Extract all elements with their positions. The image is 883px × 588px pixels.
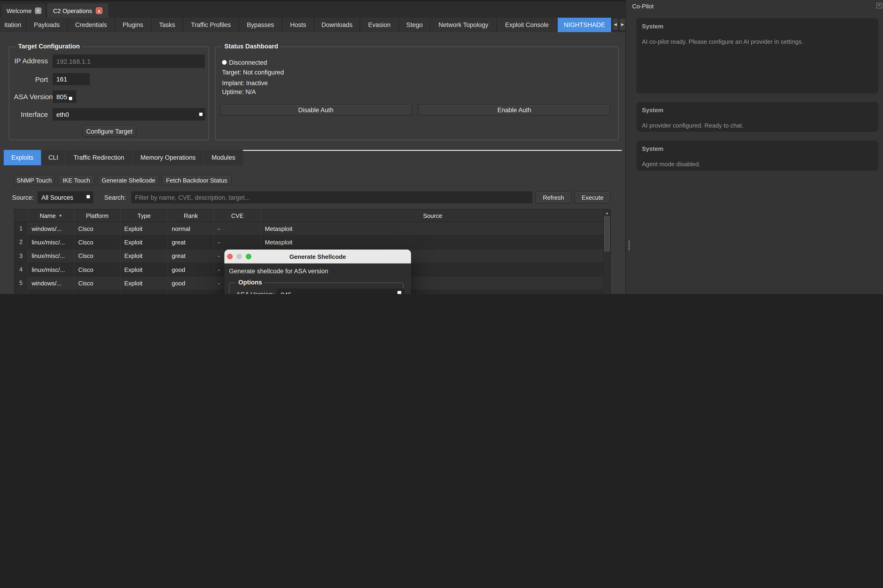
op-tab-traffic-redirection[interactable]: Traffic Redirection bbox=[66, 150, 132, 165]
col-type[interactable]: Type bbox=[121, 210, 168, 222]
col-source[interactable]: Source bbox=[261, 210, 604, 222]
message-text: AI co-pilot ready. Please configure an A… bbox=[642, 38, 873, 45]
dialog-zoom-icon[interactable] bbox=[246, 254, 251, 260]
connection-status: Disconnected bbox=[229, 59, 267, 66]
table-scrollbar-thumb[interactable] bbox=[604, 216, 610, 251]
refresh-button[interactable]: Refresh bbox=[535, 191, 571, 204]
table-row[interactable]: 2linux/misc/...CiscoExploitgreat-Metaspl… bbox=[14, 236, 610, 249]
table-scrollbar[interactable]: ▲ ▼ bbox=[603, 210, 610, 294]
col-rownum bbox=[14, 210, 28, 222]
module-tab-nightshade[interactable]: NIGHTSHADE bbox=[558, 18, 611, 32]
source-dropdown-icon bbox=[87, 195, 90, 198]
generate-shellcode-dialog: Generate Shellcode Generate shellcode fo… bbox=[224, 249, 411, 294]
copilot-panel: Co-Pilot ✕ System AI co-pilot ready. Ple… bbox=[625, 0, 883, 294]
module-tab-exploitation[interactable]: itation bbox=[0, 18, 25, 32]
module-tab-downloads[interactable]: Downloads bbox=[315, 18, 359, 32]
dialog-options-group: Options ASA Version: 845 Output Path: ./… bbox=[229, 283, 403, 294]
module-tab-stego[interactable]: Stego bbox=[399, 18, 430, 32]
search-label: Search: bbox=[104, 194, 126, 201]
snmp-touch-button[interactable]: SNMP Touch bbox=[13, 175, 55, 185]
asa-version-label: ASA Version bbox=[14, 93, 48, 100]
tab-c2-operations-close-icon[interactable]: x bbox=[96, 8, 102, 14]
col-cve[interactable]: CVE bbox=[214, 210, 261, 222]
dialog-asa-version-dropdown[interactable]: 845 bbox=[277, 289, 405, 294]
tab-c2-operations-label: C2 Operations bbox=[53, 7, 92, 14]
source-label: Source: bbox=[12, 194, 34, 201]
interface-label: Interface bbox=[14, 110, 48, 118]
search-input[interactable] bbox=[131, 191, 532, 204]
disable-auth-button[interactable]: Disable Auth bbox=[220, 104, 412, 116]
status-dashboard-group: Status Dashboard Disconnected Target: No… bbox=[215, 46, 619, 140]
target-status: Target: Not configured bbox=[222, 69, 284, 76]
configure-target-button[interactable]: Configure Target bbox=[82, 126, 136, 137]
sort-desc-icon: ▼ bbox=[58, 213, 62, 218]
message-role: System bbox=[642, 23, 879, 30]
app-window: Welcome x C2 Operations x itation Payloa… bbox=[0, 0, 883, 294]
module-tab-plugins[interactable]: Plugins bbox=[115, 18, 151, 32]
tab-scroll-left-button[interactable]: ◀ bbox=[612, 18, 619, 31]
module-tab-bar: itation Payloads Credentials Plugins Tas… bbox=[0, 18, 625, 32]
port-label: Port bbox=[14, 75, 48, 83]
module-tab-network-topology[interactable]: Network Topology bbox=[430, 18, 496, 32]
copilot-message: System AI provider configured. Ready to … bbox=[636, 102, 879, 132]
tab-welcome-label: Welcome bbox=[6, 7, 31, 14]
col-platform[interactable]: Platform bbox=[75, 210, 121, 222]
asa-version-dropdown-icon bbox=[69, 97, 72, 100]
module-tab-traffic-profiles[interactable]: Traffic Profiles bbox=[183, 18, 238, 32]
dialog-minimize-icon[interactable] bbox=[237, 254, 242, 260]
dialog-titlebar[interactable]: Generate Shellcode bbox=[224, 249, 411, 264]
op-tab-modules[interactable]: Modules bbox=[204, 150, 243, 165]
module-tab-hosts[interactable]: Hosts bbox=[283, 18, 314, 32]
op-tab-cli[interactable]: CLI bbox=[42, 150, 65, 165]
tab-welcome-close-icon[interactable]: x bbox=[35, 8, 41, 14]
module-tab-tasks[interactable]: Tasks bbox=[152, 18, 183, 32]
message-role: System bbox=[642, 145, 879, 152]
window-tab-bar: Welcome x C2 Operations x bbox=[0, 0, 625, 18]
module-tab-bypasses[interactable]: Bypasses bbox=[239, 18, 282, 32]
module-tab-credentials[interactable]: Credentials bbox=[68, 18, 114, 32]
dialog-title: Generate Shellcode bbox=[224, 249, 411, 264]
generate-shellcode-button[interactable]: Generate Shellcode bbox=[98, 175, 159, 185]
dialog-close-icon[interactable] bbox=[227, 254, 233, 260]
scroll-up-icon[interactable]: ▲ bbox=[604, 210, 610, 216]
source-dropdown[interactable]: All Sources bbox=[38, 191, 93, 204]
execute-button[interactable]: Execute bbox=[574, 191, 611, 204]
copilot-message: System AI co-pilot ready. Please configu… bbox=[636, 18, 879, 94]
interface-dropdown[interactable]: eth0 bbox=[52, 108, 205, 121]
connection-status-dot bbox=[222, 60, 227, 65]
ike-touch-button[interactable]: IKE Touch bbox=[58, 175, 95, 185]
status-dashboard-title: Status Dashboard bbox=[222, 43, 280, 50]
message-text: Agent mode disabled. bbox=[642, 160, 873, 168]
ip-address-label: IP Address bbox=[14, 57, 48, 65]
table-row[interactable]: 1windows/...CiscoExploitnormal-Metasploi… bbox=[14, 222, 610, 236]
dialog-body: Generate shellcode for ASA version Optio… bbox=[224, 264, 411, 294]
fetch-backdoor-status-button[interactable]: Fetch Backdoor Status bbox=[162, 175, 232, 185]
col-name[interactable]: Name▼ bbox=[28, 210, 75, 222]
port-field[interactable]: 161 bbox=[52, 73, 90, 85]
ip-address-field[interactable] bbox=[52, 54, 205, 68]
module-tab-exploit-console[interactable]: Exploit Console bbox=[497, 18, 557, 32]
exploits-table-header: Name▼ Platform Type Rank CVE Source bbox=[14, 210, 610, 222]
asa-version-dropdown[interactable]: 805 bbox=[52, 90, 76, 103]
tab-welcome[interactable]: Welcome x bbox=[1, 3, 46, 18]
tab-pane-line bbox=[243, 150, 622, 151]
op-tab-exploits[interactable]: Exploits bbox=[4, 150, 41, 165]
uptime-status: Uptime: N/A bbox=[222, 88, 256, 96]
copilot-splitter-handle[interactable] bbox=[628, 241, 630, 250]
module-tab-payloads[interactable]: Payloads bbox=[27, 18, 67, 32]
implant-status: Implant: Inactive bbox=[222, 80, 268, 87]
col-rank[interactable]: Rank bbox=[168, 210, 214, 222]
module-tab-evasion[interactable]: Evasion bbox=[360, 18, 399, 32]
message-text: AI provider configured. Ready to chat. bbox=[642, 122, 873, 129]
tab-c2-operations[interactable]: C2 Operations x bbox=[46, 3, 109, 18]
dialog-message: Generate shellcode for ASA version bbox=[229, 268, 328, 274]
op-tab-memory-operations[interactable]: Memory Operations bbox=[133, 150, 203, 165]
enable-auth-button[interactable]: Enable Auth bbox=[418, 104, 611, 116]
interface-dropdown-icon bbox=[199, 112, 202, 116]
copilot-title: Co-Pilot bbox=[632, 3, 654, 10]
target-configuration-group: Target Configuration IP Address Port 161… bbox=[9, 46, 209, 140]
copilot-close-icon[interactable]: ✕ bbox=[877, 3, 882, 8]
copilot-message: System Agent mode disabled. bbox=[636, 141, 879, 171]
dialog-asa-dropdown-icon bbox=[397, 291, 401, 294]
message-role: System bbox=[642, 106, 879, 114]
